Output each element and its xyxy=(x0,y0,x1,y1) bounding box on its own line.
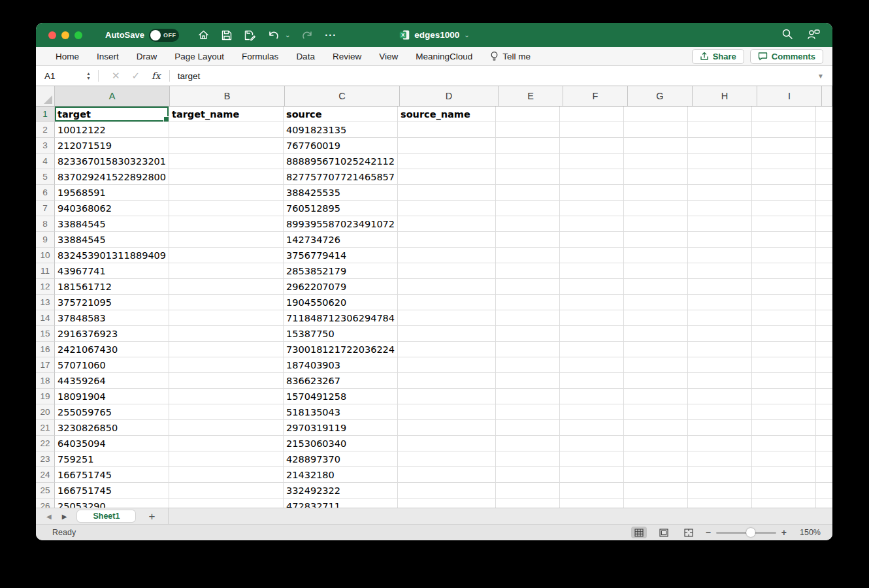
cell-partial-18[interactable] xyxy=(816,373,832,389)
cell-I11[interactable] xyxy=(752,263,816,279)
cell-D19[interactable] xyxy=(398,389,496,404)
cell-B25[interactable] xyxy=(169,483,284,498)
cell-H2[interactable] xyxy=(688,122,752,138)
cell-C2[interactable]: 4091823135 xyxy=(284,122,398,138)
cell-partial-6[interactable] xyxy=(816,185,832,201)
autosave-toggle[interactable]: OFF xyxy=(149,29,179,42)
page-layout-view-button[interactable] xyxy=(656,527,672,538)
cell-B12[interactable] xyxy=(169,279,284,295)
cell-partial-16[interactable] xyxy=(816,342,832,357)
cell-B24[interactable] xyxy=(169,467,284,483)
cell-D20[interactable] xyxy=(398,404,496,420)
cell-I26[interactable] xyxy=(752,498,816,508)
sheet-tab-sheet1[interactable]: Sheet1 xyxy=(77,510,135,522)
row-header-3[interactable]: 3 xyxy=(36,138,55,154)
cell-I3[interactable] xyxy=(752,138,816,154)
cell-I18[interactable] xyxy=(752,373,816,389)
cell-F24[interactable] xyxy=(560,467,624,483)
cell-F25[interactable] xyxy=(560,483,624,498)
cell-G23[interactable] xyxy=(624,451,688,467)
cell-D4[interactable] xyxy=(398,154,496,169)
formula-bar-expand-icon[interactable]: ▼ xyxy=(817,73,824,80)
row-header-19[interactable]: 19 xyxy=(36,389,55,404)
cell-F14[interactable] xyxy=(560,310,624,326)
cell-C4[interactable]: 888895671025242112 xyxy=(284,154,398,169)
cell-A1[interactable]: target xyxy=(55,106,169,122)
cell-partial-17[interactable] xyxy=(816,357,832,373)
column-header-B[interactable]: B xyxy=(170,86,285,106)
cell-partial-1[interactable] xyxy=(816,106,832,122)
cell-E24[interactable] xyxy=(496,467,560,483)
save-icon[interactable] xyxy=(221,29,233,41)
cell-E10[interactable] xyxy=(496,248,560,263)
cell-A25[interactable]: 166751745 xyxy=(55,483,169,498)
minimize-window-button[interactable] xyxy=(61,31,69,39)
cell-C24[interactable]: 21432180 xyxy=(284,467,398,483)
cell-partial-22[interactable] xyxy=(816,436,832,451)
cell-G2[interactable] xyxy=(624,122,688,138)
row-header-12[interactable]: 12 xyxy=(36,279,55,295)
cell-E4[interactable] xyxy=(496,154,560,169)
cell-H4[interactable] xyxy=(688,154,752,169)
cell-I16[interactable] xyxy=(752,342,816,357)
cell-F17[interactable] xyxy=(560,357,624,373)
row-header-21[interactable]: 21 xyxy=(36,420,55,436)
cell-D7[interactable] xyxy=(398,201,496,216)
cell-partial-9[interactable] xyxy=(816,232,832,248)
cell-H1[interactable] xyxy=(688,106,752,122)
sheet-nav-next-icon[interactable]: ▶ xyxy=(62,513,67,520)
cell-I2[interactable] xyxy=(752,122,816,138)
cell-partial-11[interactable] xyxy=(816,263,832,279)
row-header-25[interactable]: 25 xyxy=(36,483,55,498)
cell-G21[interactable] xyxy=(624,420,688,436)
cell-H15[interactable] xyxy=(688,326,752,342)
cell-E16[interactable] xyxy=(496,342,560,357)
cell-partial-4[interactable] xyxy=(816,154,832,169)
cell-D3[interactable] xyxy=(398,138,496,154)
cell-F13[interactable] xyxy=(560,295,624,310)
document-title-group[interactable]: X edges1000 ⌄ xyxy=(399,23,469,47)
cell-B11[interactable] xyxy=(169,263,284,279)
cell-E21[interactable] xyxy=(496,420,560,436)
cell-B4[interactable] xyxy=(169,154,284,169)
cell-A8[interactable]: 33884545 xyxy=(55,216,169,232)
cell-D17[interactable] xyxy=(398,357,496,373)
cell-F6[interactable] xyxy=(560,185,624,201)
close-window-button[interactable] xyxy=(48,31,56,39)
cell-G16[interactable] xyxy=(624,342,688,357)
cell-A26[interactable]: 25053290 xyxy=(55,498,169,508)
cell-C14[interactable]: 711848712306294784 xyxy=(284,310,398,326)
cell-C19[interactable]: 1570491258 xyxy=(284,389,398,404)
cell-G3[interactable] xyxy=(624,138,688,154)
add-sheet-button[interactable]: + xyxy=(148,511,155,522)
cell-B9[interactable] xyxy=(169,232,284,248)
cell-E18[interactable] xyxy=(496,373,560,389)
cell-H14[interactable] xyxy=(688,310,752,326)
cell-F18[interactable] xyxy=(560,373,624,389)
row-header-10[interactable]: 10 xyxy=(36,248,55,263)
cell-C22[interactable]: 2153060340 xyxy=(284,436,398,451)
row-header-4[interactable]: 4 xyxy=(36,154,55,169)
cell-G14[interactable] xyxy=(624,310,688,326)
cell-C12[interactable]: 2962207079 xyxy=(284,279,398,295)
cell-G6[interactable] xyxy=(624,185,688,201)
cell-E7[interactable] xyxy=(496,201,560,216)
cell-E5[interactable] xyxy=(496,169,560,185)
ribbon-tab-insert[interactable]: Insert xyxy=(97,52,119,61)
cell-F26[interactable] xyxy=(560,498,624,508)
cell-E3[interactable] xyxy=(496,138,560,154)
row-header-5[interactable]: 5 xyxy=(36,169,55,185)
cell-D10[interactable] xyxy=(398,248,496,263)
cell-partial-20[interactable] xyxy=(816,404,832,420)
cell-G11[interactable] xyxy=(624,263,688,279)
cell-I22[interactable] xyxy=(752,436,816,451)
cell-B23[interactable] xyxy=(169,451,284,467)
cell-B8[interactable] xyxy=(169,216,284,232)
cell-C6[interactable]: 388425535 xyxy=(284,185,398,201)
cell-I7[interactable] xyxy=(752,201,816,216)
cell-I21[interactable] xyxy=(752,420,816,436)
cell-E9[interactable] xyxy=(496,232,560,248)
row-header-11[interactable]: 11 xyxy=(36,263,55,279)
cell-D11[interactable] xyxy=(398,263,496,279)
cell-E19[interactable] xyxy=(496,389,560,404)
